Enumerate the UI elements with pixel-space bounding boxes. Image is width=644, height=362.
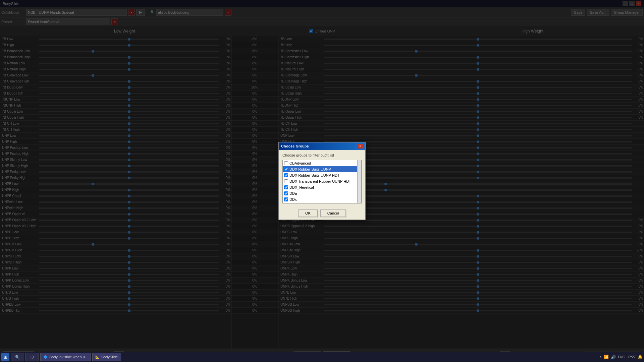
group-checkbox[interactable] (284, 161, 288, 165)
group-label: DDX_Heretical (289, 185, 314, 189)
group-checkbox[interactable] (284, 191, 288, 195)
group-checkbox[interactable] (284, 197, 288, 201)
choose-groups-modal: Choose Groups × Choose groups to filter … (278, 142, 366, 220)
speaker-icon: 🔊 (611, 355, 616, 359)
group-label: DDX Rubber Suits UUNP (289, 167, 331, 171)
group-checkbox[interactable] (284, 167, 288, 171)
modal-description: Choose groups to filter outfit list (282, 153, 362, 157)
taskbar-item-bodyslide[interactable]: 📐 BodySlide (92, 353, 121, 361)
group-label: CBAdvanced (289, 161, 311, 165)
taskbar-body-label: Body invisible when u... (49, 355, 88, 359)
modal-scrollbar[interactable] (357, 160, 361, 203)
modal-group-item[interactable]: DDa (283, 190, 361, 196)
modal-group-item[interactable]: DDX_Heretical (283, 184, 361, 190)
modal-group-item[interactable]: DDX Transparent Rubber UUNP HDT (283, 178, 361, 184)
taskbar-item-cortana[interactable]: ⬡ (25, 353, 39, 361)
modal-group-item[interactable]: DDX Rubber Suits UUNP HDT (283, 172, 361, 178)
modal-title-bar: Choose Groups × (279, 142, 365, 150)
group-checkbox[interactable] (284, 185, 288, 189)
taskbar-item-body[interactable]: 🔷 Body invisible when u... (40, 353, 91, 361)
group-label: DDa (289, 191, 297, 195)
notification-icon: 🔔 (638, 355, 643, 359)
taskbar-bodyslide-label: BodySlide (101, 355, 118, 359)
group-checkbox[interactable] (284, 179, 288, 183)
group-label: DDX Rubber Suits UUNP HDT (289, 173, 340, 177)
tray-arrow-icon: ∧ (599, 355, 602, 359)
modal-groups-list[interactable]: CBAdvancedDDX Rubber Suits UUNPDDX Rubbe… (282, 160, 362, 203)
modal-footer: OK Cancel (279, 207, 365, 220)
lang-indicator: ENG (618, 355, 625, 359)
taskbar: ⊞ 🔍 ⬡ 🔷 Body invisible when u... 📐 BodyS… (0, 352, 644, 362)
clock: 17:27 (627, 355, 636, 359)
modal-group-item[interactable]: DDx (283, 196, 361, 202)
taskbar-item-search[interactable]: 🔍 (11, 353, 24, 361)
modal-ok-button[interactable]: OK (298, 209, 318, 217)
modal-body: Choose groups to filter outfit list CBAd… (279, 150, 365, 207)
modal-group-item[interactable]: CBAdvanced (283, 160, 361, 166)
modal-title: Choose Groups (281, 144, 309, 148)
taskbar-body-icon: 🔷 (43, 355, 48, 359)
group-checkbox[interactable] (284, 173, 288, 177)
modal-group-item[interactable]: ERF (283, 202, 361, 203)
system-tray: ∧ 📶 🔊 ENG 17:27 🔔 (599, 355, 643, 359)
modal-group-item[interactable]: DDX Rubber Suits UUNP (283, 166, 361, 172)
group-label: DDx (289, 197, 297, 201)
modal-close-button[interactable]: × (358, 144, 363, 148)
cortana-icon: ⬡ (31, 355, 34, 359)
group-label: DDX Transparent Rubber UUNP HDT (289, 179, 351, 183)
network-icon: 📶 (604, 355, 609, 359)
taskbar-bodyslide-icon: 📐 (95, 355, 100, 359)
search-icon: 🔍 (15, 355, 20, 359)
modal-overlay: Choose Groups × Choose groups to filter … (0, 0, 644, 362)
modal-cancel-button[interactable]: Cancel (320, 209, 346, 217)
start-button[interactable]: ⊞ (1, 353, 9, 361)
